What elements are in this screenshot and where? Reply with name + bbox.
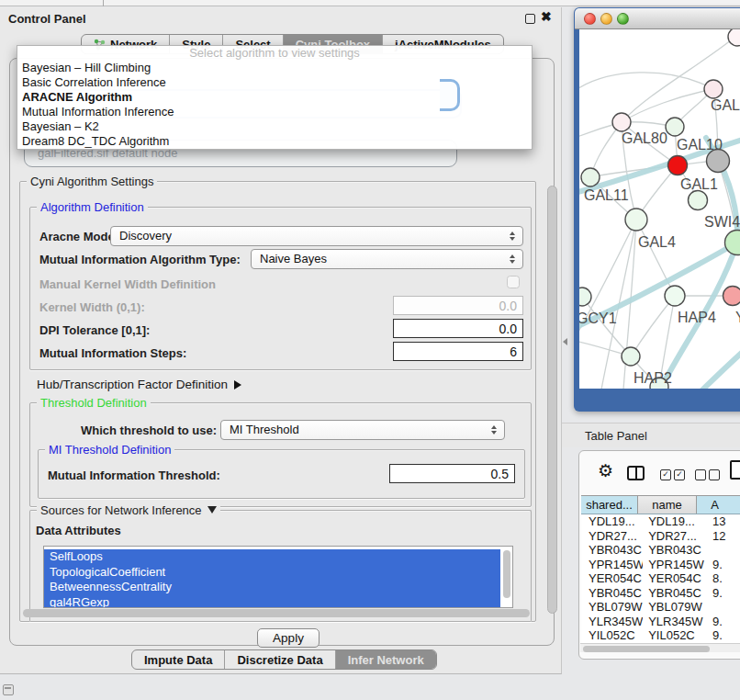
sources-title[interactable]: Sources for Network Inference [37,503,220,517]
tab-impute-data[interactable]: Impute Data [132,650,225,669]
table-column-header[interactable]: A [697,496,740,514]
network-view-window: GALGAL80GAL10GAL1GAL11GAL4SWI4GCY1HAP4YH… [574,7,740,412]
zoom-window-icon[interactable] [617,13,629,25]
network-node[interactable] [665,286,685,306]
mi-threshold-input[interactable]: 0.5 [389,464,515,483]
mi-steps-input[interactable]: 6 [393,342,523,361]
tab-discretize-data[interactable]: Discretize Data [225,650,335,669]
table-row[interactable]: YPR145WYPR145W9. [581,558,740,572]
focused-combo-fragment [440,79,460,111]
table-cell: 9. [709,586,740,601]
network-edge[interactable] [579,73,713,94]
network-node[interactable] [723,287,740,306]
apply-button[interactable]: Apply [257,628,320,648]
sources-title-text: Sources for Network Inference [40,503,202,517]
manual-kernel-width-checkbox[interactable] [507,276,520,288]
table-row[interactable]: YBR043CYBR043C [581,543,740,558]
network-edge[interactable] [631,296,675,356]
scrollbar-thumb[interactable] [583,646,710,652]
close-panel-icon[interactable]: ✖ [541,9,552,24]
attribute-list-item[interactable]: gal4RGexp [44,595,500,609]
network-node-label: HAP4 [678,310,716,325]
network-edge[interactable] [636,220,675,296]
network-canvas[interactable]: GALGAL80GAL10GAL1GAL11GAL4SWI4GCY1HAP4YH… [579,29,740,389]
table-cell: 12 [709,529,740,544]
table-toolbar: ⚙ ✓✓ [579,451,740,495]
network-node[interactable] [625,209,647,231]
attribute-list-item[interactable]: TopologicalCoefficient [44,565,500,581]
hub-definition-toggle[interactable]: Hub/Transcription Factor Definition [37,378,241,391]
network-node-label: GAL80 [622,130,667,146]
network-node-label: SWI4 [704,214,740,230]
network-node[interactable] [668,156,688,175]
network-node[interactable] [707,150,730,173]
table-row[interactable]: YBL079WYBL079W [581,600,740,615]
aracne-mode-label: Aracne Mode: [39,230,118,243]
split-columns-icon[interactable] [627,466,645,480]
table-cell: YBL079W [581,600,643,615]
algorithm-option[interactable]: Bayesian – Hill Climbing [17,61,532,75]
table-row[interactable]: YDR27...YDR27...12 [581,529,740,544]
network-node[interactable] [579,288,591,306]
table-row[interactable]: YLR345WYLR345W9. [581,615,740,629]
minimized-panel-icon[interactable] [3,684,14,695]
control-panel-titlebar: Control Panel ✖ [0,7,561,31]
settings-vertical-scrollbar[interactable] [547,186,557,614]
attribute-list-item[interactable]: BetweennessCentrality [44,580,500,595]
dpi-tolerance-label: DPI Tolerance [0,1]: [39,323,150,337]
gear-icon[interactable]: ⚙ [598,462,613,480]
table-row[interactable]: YIL052CYIL052C9. [581,628,740,643]
kernel-width-input[interactable]: 0.0 [393,296,523,315]
which-threshold-select[interactable]: MI Threshold [220,420,505,440]
table-row[interactable]: YER054CYER054C8. [581,571,740,586]
screen: Control Panel ✖ NetworkStyleSelectCyni T… [0,0,740,700]
list-vertical-scrollbar[interactable] [503,550,510,598]
mi-threshold-definition-title: MI Threshold Definition [45,443,174,457]
table-horizontal-scrollbar[interactable] [580,643,740,652]
network-edge[interactable] [579,220,636,346]
network-node-label: HAP2 [633,370,672,386]
table-row[interactable]: YBR045CYBR045C9. [581,586,740,601]
table-cell: YDL19... [581,514,643,529]
mi-algorithm-type-select[interactable]: Naive Bayes [251,249,523,269]
spinner-arrows-icon [510,254,515,264]
network-node[interactable] [612,113,631,131]
table-column-header[interactable]: name [638,496,697,514]
network-node[interactable] [622,347,640,366]
minimize-window-icon[interactable] [600,13,612,25]
table-cell [709,543,740,558]
float-panel-icon[interactable] [525,14,535,24]
which-threshold-value: MI Threshold [230,423,299,436]
select-all-checkboxes-icon[interactable]: ✓✓ [660,469,685,480]
settings-horizontal-scrollbar[interactable] [23,609,530,617]
mi-algorithm-type-value: Naive Bayes [260,252,327,265]
algorithm-option[interactable]: Bayesian – K2 [17,119,532,134]
split-pane-collapse-icon[interactable] [563,338,567,345]
new-table-icon[interactable] [730,460,740,480]
cyni-algorithm-settings-group: Cyni Algorithm Settings Algorithm Defini… [19,181,536,622]
network-node[interactable] [689,191,708,210]
network-edge-highlighted[interactable] [667,344,740,389]
close-window-icon[interactable] [584,13,596,25]
network-node[interactable] [704,80,723,98]
deselect-all-checkboxes-icon[interactable] [695,469,720,480]
network-node[interactable] [666,118,684,136]
network-node[interactable] [581,168,600,186]
table-cell: 13 [709,514,740,529]
attribute-list-item[interactable]: SelfLoops [44,549,500,565]
toolbar-divider [103,0,104,6]
table-cell: YPR145W [643,558,709,572]
table-cell: 8. [709,571,740,586]
which-threshold-label: Which threshold to use: [81,423,217,437]
table-column-header[interactable]: shared... [581,496,638,514]
table-panel-title: Table Panel [585,429,647,443]
threshold-definition-title: Threshold Definition [37,396,151,410]
aracne-mode-select[interactable]: Discovery [110,226,523,246]
table-row[interactable]: YDL19...YDL19...13 [581,514,740,529]
network-window-titlebar[interactable] [575,8,740,29]
dpi-tolerance-input[interactable]: 0.0 [393,319,523,338]
network-edge[interactable] [622,89,713,122]
network-node[interactable] [728,29,740,46]
algorithm-option[interactable]: Dream8 DC_TDC Algorithm [17,134,532,149]
tab-infer-network[interactable]: Infer Network [336,650,436,669]
